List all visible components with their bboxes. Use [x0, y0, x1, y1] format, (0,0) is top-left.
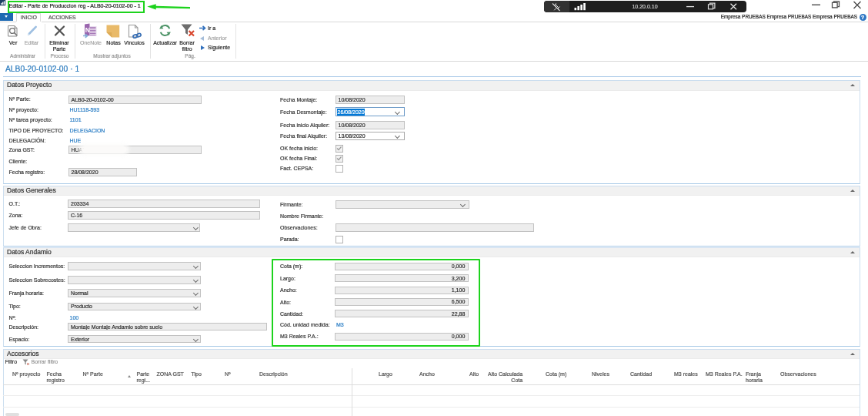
svg-text:N: N — [85, 26, 90, 34]
